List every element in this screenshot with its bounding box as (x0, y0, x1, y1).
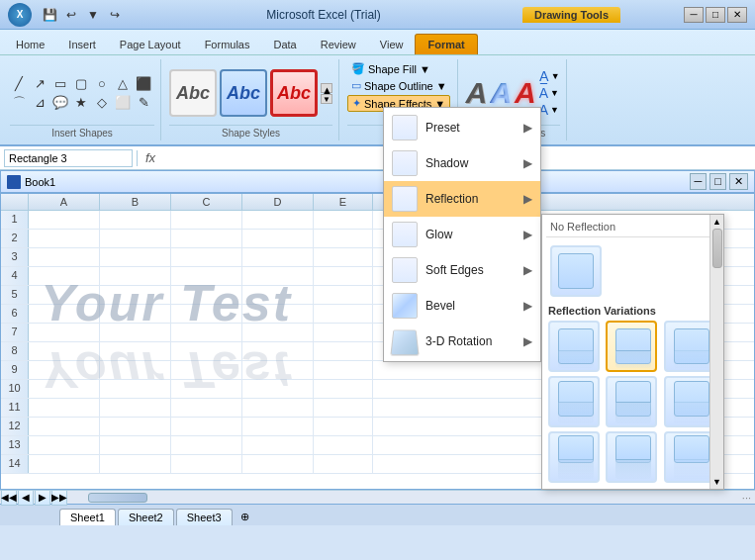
cell[interactable] (100, 455, 171, 473)
text-effects-arrow[interactable]: ▼ (550, 105, 559, 115)
cell[interactable] (314, 230, 373, 247)
tab-format[interactable]: Format (415, 34, 477, 54)
cell[interactable] (100, 324, 171, 341)
cell[interactable] (171, 380, 242, 398)
save-button[interactable]: 💾 (40, 5, 59, 25)
cell[interactable] (29, 248, 100, 266)
menu-preset[interactable]: Preset ▶ (384, 110, 540, 145)
cell[interactable] (314, 267, 373, 285)
cell[interactable] (314, 248, 373, 266)
cell[interactable] (314, 399, 373, 417)
cell[interactable] (100, 248, 171, 266)
reflection-item-9[interactable] (664, 431, 715, 483)
cell[interactable] (29, 380, 100, 398)
cell[interactable] (242, 324, 314, 341)
cell[interactable] (171, 230, 242, 247)
cell[interactable] (100, 361, 171, 379)
cell[interactable] (29, 230, 100, 247)
shape-arrow[interactable]: ↗ (31, 75, 48, 93)
text-fill-button[interactable]: A̲ ▼ (539, 68, 560, 84)
shape-rect[interactable]: ▭ (51, 75, 69, 93)
cell[interactable] (314, 418, 373, 435)
shape-line[interactable]: ╱ (10, 75, 28, 93)
no-reflection-item[interactable] (550, 245, 602, 297)
style-btn-2[interactable]: Abc (220, 69, 267, 117)
menu-reflection[interactable]: Reflection ▶ (384, 181, 540, 217)
style-btn-3[interactable]: Abc (270, 69, 318, 117)
scroll-up-arrow[interactable]: ▲ (710, 217, 723, 227)
shape-oval[interactable]: ○ (93, 75, 111, 93)
cell[interactable] (29, 455, 100, 473)
menu-3d-rotation[interactable]: 3-D Rotation ▶ (384, 324, 540, 359)
cell[interactable] (314, 342, 373, 360)
undo-dropdown[interactable]: ▼ (83, 5, 103, 25)
menu-soft-edges[interactable]: Soft Edges ▶ (384, 252, 540, 288)
menu-shadow[interactable]: Shadow ▶ (384, 145, 540, 181)
shape-curve[interactable]: ⌒ (10, 94, 28, 112)
workbook-minimize[interactable]: ─ (690, 173, 708, 190)
cell[interactable] (242, 399, 314, 417)
cell[interactable] (171, 305, 242, 323)
submenu-scrollbar[interactable]: ▲ ▼ (709, 215, 723, 489)
shape-star[interactable]: ★ (72, 94, 90, 112)
cell[interactable] (100, 342, 171, 360)
shape-triangle[interactable]: △ (114, 75, 132, 93)
col-header-a[interactable]: A (29, 194, 100, 210)
insert-sheet[interactable]: ⊕ (235, 509, 255, 525)
cell[interactable] (314, 380, 373, 398)
nav-next[interactable]: ▶ (35, 490, 50, 506)
menu-glow[interactable]: Glow ▶ (384, 217, 540, 252)
menu-bevel[interactable]: Bevel ▶ (384, 288, 540, 324)
shape-fill-arrow[interactable]: ▼ (420, 63, 430, 75)
scroll-down-arrow[interactable]: ▼ (712, 477, 721, 487)
text-outline-button[interactable]: A ▼ (539, 85, 560, 101)
cell[interactable] (29, 211, 100, 229)
cell[interactable] (314, 286, 373, 304)
cell[interactable] (171, 418, 242, 435)
tab-insert[interactable]: Insert (56, 35, 108, 54)
scroll-thumb-h[interactable] (88, 493, 147, 503)
col-header-e[interactable]: E (314, 194, 373, 210)
scrollbar-thumb[interactable] (712, 229, 722, 268)
style-scroll-down[interactable]: ▼ (321, 94, 332, 104)
cell[interactable] (314, 455, 373, 473)
col-header-d[interactable]: D (242, 194, 314, 210)
wordart-red[interactable]: A (515, 76, 536, 110)
wordart-blue[interactable]: A (490, 76, 512, 110)
nav-first[interactable]: ◀◀ (1, 490, 17, 506)
style-scroll-up[interactable]: ▲ (321, 83, 332, 93)
cell[interactable] (171, 436, 242, 454)
workbook-close[interactable]: ✕ (729, 173, 748, 190)
cell[interactable] (100, 286, 171, 304)
cell[interactable] (242, 418, 314, 435)
cell[interactable] (100, 436, 171, 454)
cell[interactable] (242, 305, 314, 323)
reflection-item-8[interactable] (606, 431, 657, 483)
text-effects-button[interactable]: A ▼ (539, 102, 560, 118)
reflection-item-5[interactable] (606, 376, 657, 427)
cell[interactable] (29, 324, 100, 341)
cell[interactable] (100, 380, 171, 398)
shape-diamond[interactable]: ◇ (93, 94, 111, 112)
cell[interactable] (100, 211, 171, 229)
cell[interactable] (242, 286, 314, 304)
undo-button[interactable]: ↩ (61, 5, 81, 25)
cell[interactable] (171, 267, 242, 285)
shape-cube[interactable]: ⬜ (114, 94, 132, 112)
cell[interactable] (29, 286, 100, 304)
tab-view[interactable]: View (368, 35, 416, 54)
tab-review[interactable]: Review (309, 35, 368, 54)
cell[interactable] (171, 455, 242, 473)
minimize-button[interactable]: ─ (684, 7, 704, 23)
cell[interactable] (314, 211, 373, 229)
shape-edit[interactable]: ✎ (135, 94, 152, 112)
reflection-item-3[interactable] (664, 321, 715, 372)
cell[interactable] (242, 361, 314, 379)
cell[interactable] (29, 418, 100, 435)
shape-outline-arrow[interactable]: ▼ (436, 80, 447, 92)
shape-round-rect[interactable]: ▢ (72, 75, 90, 93)
shape-fill-button[interactable]: 🪣 Shape Fill ▼ (347, 61, 434, 76)
cell[interactable] (29, 361, 100, 379)
cell[interactable] (242, 436, 314, 454)
col-header-b[interactable]: B (100, 194, 171, 210)
